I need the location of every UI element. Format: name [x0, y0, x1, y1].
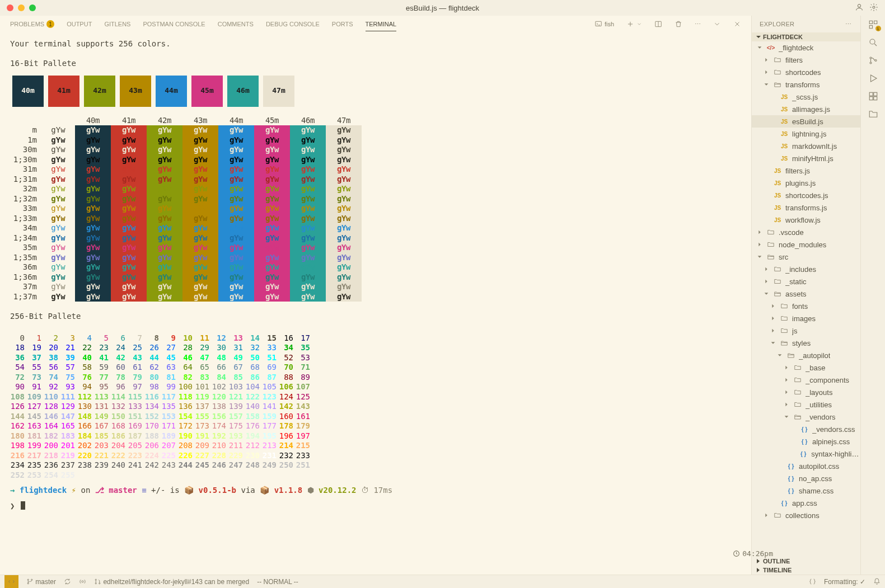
swatch: 43m	[120, 76, 151, 107]
remote-indicator[interactable]	[4, 575, 18, 589]
tree-item[interactable]: </>_flightdeck	[752, 41, 860, 54]
tree-item-label: _base	[806, 364, 825, 372]
tree-item[interactable]: JSshortcodes.js	[752, 189, 860, 201]
tree-item[interactable]: _utilities	[752, 398, 860, 411]
term-heading: 16-Bit Pallete	[10, 59, 741, 69]
tree-item[interactable]: assets	[752, 288, 860, 300]
tree-item[interactable]: { }alpinejs.css	[752, 435, 860, 448]
tree-item[interactable]: JSallimages.js	[752, 103, 860, 115]
tree-item-label: minifyHtml.js	[792, 154, 834, 163]
tree-item[interactable]: _includes	[752, 263, 860, 275]
swatch: 46m	[227, 76, 259, 107]
panel-tab-ports[interactable]: PORTS	[332, 17, 353, 31]
svg-point-16	[82, 580, 83, 582]
branch-status[interactable]: master	[26, 578, 56, 586]
tree-item-label: node_modules	[779, 241, 826, 249]
tree-item[interactable]: _components	[752, 374, 860, 386]
traffic-min[interactable]	[18, 4, 25, 11]
tree-item[interactable]: JSesBuild.js	[752, 115, 860, 128]
tree-item[interactable]: .vscode	[752, 226, 860, 238]
tree-item[interactable]: _static	[752, 275, 860, 288]
panel-tab-gitlens[interactable]: GITLENS	[104, 17, 130, 31]
tree-item[interactable]: JSmarkdownIt.js	[752, 140, 860, 152]
tree-item[interactable]: JSlightning.js	[752, 128, 860, 140]
tree-item[interactable]: { }app.css	[752, 497, 860, 509]
tree-item[interactable]: transforms	[752, 78, 860, 91]
tree-item[interactable]: JSplugins.js	[752, 177, 860, 189]
debug-icon[interactable]	[868, 73, 879, 84]
panel-tab-problems[interactable]: PROBLEMS1	[10, 17, 54, 31]
folders-icon[interactable]	[868, 109, 879, 120]
new-terminal-icon[interactable]	[626, 20, 642, 28]
tree-item-label: _autopilot	[799, 351, 830, 360]
root-folder[interactable]: FLIGHTDECK	[752, 32, 860, 41]
tree-item[interactable]: js	[752, 324, 860, 337]
terminal-area[interactable]: Your terminal supports 256 colors.16-Bit…	[0, 32, 751, 575]
term-line: Your terminal supports 256 colors.	[10, 39, 741, 49]
live-status[interactable]	[79, 578, 86, 586]
tree-item-label: _vendors.css	[812, 425, 855, 434]
more-icon[interactable]: ⋯	[695, 21, 701, 28]
search-nav-icon[interactable]	[868, 37, 879, 48]
panel-tab-debug-console[interactable]: DEBUG CONSOLE	[266, 17, 320, 31]
tree-item[interactable]: JS_scss.js	[752, 91, 860, 103]
tree-item-label: _vendors	[806, 413, 835, 421]
prompt-line: → flightdeck ⚡ on ⎇ master ≡ +/- is 📦 v0…	[10, 486, 741, 496]
account-icon[interactable]	[855, 3, 864, 13]
traffic-max[interactable]	[29, 4, 36, 11]
tree-item-label: app.css	[792, 499, 817, 507]
tree-item[interactable]: JSfilters.js	[752, 164, 860, 177]
traffic-close[interactable]	[7, 4, 13, 11]
formatting-status[interactable]: Formatting: ✓	[824, 578, 865, 586]
panel-tab-terminal[interactable]: TERMINAL	[366, 17, 397, 31]
tree-item[interactable]: { }shame.css	[752, 484, 860, 497]
chevron-down-icon[interactable]	[713, 20, 721, 28]
timeline-section[interactable]: TIMELINE	[752, 566, 860, 575]
explorer-icon[interactable]: 1	[868, 19, 879, 30]
swatch: 47m	[263, 76, 294, 107]
kill-terminal-icon[interactable]	[675, 20, 682, 28]
split-terminal-icon[interactable]	[654, 20, 662, 28]
tree-item[interactable]: src	[752, 251, 860, 263]
tree-item[interactable]: { }no_ap.css	[752, 472, 860, 484]
bell-icon[interactable]	[873, 578, 881, 586]
tree-item[interactable]: _vendors	[752, 411, 860, 423]
tree-item[interactable]: images	[752, 312, 860, 324]
shell-indicator[interactable]: fish	[594, 20, 614, 28]
sync-status[interactable]	[64, 578, 71, 586]
tree-item[interactable]: filters	[752, 54, 860, 66]
tree-item[interactable]: JStransforms.js	[752, 201, 860, 214]
pr-status[interactable]: edheltzel/flightdeck-for-jekyll#143 can …	[94, 578, 249, 586]
tree-item[interactable]: { }_vendors.css	[752, 423, 860, 435]
cursor	[20, 501, 25, 510]
scm-icon[interactable]	[868, 55, 879, 66]
tree-item[interactable]: _layouts	[752, 386, 860, 398]
tree-item[interactable]: _base	[752, 361, 860, 374]
tree-item[interactable]: shortcodes	[752, 66, 860, 78]
close-panel-icon[interactable]	[733, 20, 741, 28]
explorer-more-icon[interactable]: ⋯	[845, 21, 853, 28]
swatch: 41m	[48, 76, 79, 107]
outline-section[interactable]: OUTLINE	[752, 557, 860, 566]
tree-item[interactable]: _autopilot	[752, 349, 860, 361]
tree-item[interactable]: node_modules	[752, 238, 860, 251]
tree-item-label: _static	[785, 277, 807, 286]
tree-item[interactable]: fonts	[752, 300, 860, 312]
tree-item[interactable]: collections	[752, 509, 860, 521]
tree-item-label: assets	[785, 290, 807, 298]
svg-point-15	[31, 579, 32, 580]
panel-tab-output[interactable]: OUTPUT	[67, 17, 92, 31]
tree-item-label: _flightdeck	[779, 44, 813, 52]
tree-item-label: _utilities	[806, 401, 832, 409]
tree-item[interactable]: JSworkflow.js	[752, 214, 860, 226]
tree-item[interactable]: JSminifyHtml.js	[752, 152, 860, 164]
extensions-icon[interactable]	[868, 91, 879, 102]
svg-point-13	[27, 579, 29, 580]
tree-item[interactable]: { }syntax-highlight…	[752, 448, 860, 460]
gear-icon[interactable]	[869, 3, 878, 13]
panel-tab-comments[interactable]: COMMENTS	[218, 17, 254, 31]
tree-item[interactable]: styles	[752, 337, 860, 349]
tree-item[interactable]: { }autopilot.css	[752, 460, 860, 472]
braces-icon[interactable]	[809, 578, 816, 586]
panel-tab-postman-console[interactable]: POSTMAN CONSOLE	[143, 17, 205, 31]
